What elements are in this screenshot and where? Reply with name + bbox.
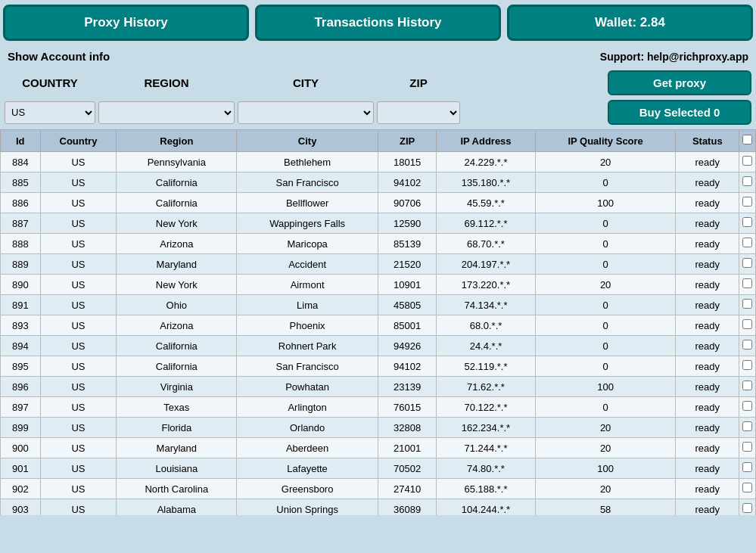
cell-ip: 24.4.*.* — [437, 336, 536, 356]
row-checkbox[interactable] — [742, 462, 752, 472]
cell-checkbox[interactable] — [739, 152, 756, 172]
cell-region: Pennsylvania — [117, 152, 237, 172]
cell-checkbox[interactable] — [739, 418, 756, 438]
cell-id: 890 — [1, 275, 41, 295]
row-checkbox[interactable] — [742, 340, 752, 350]
row-checkbox[interactable] — [742, 421, 752, 431]
cell-status: ready — [676, 418, 739, 438]
cell-zip: 94102 — [378, 356, 436, 377]
cell-id: 894 — [1, 336, 41, 356]
cell-ip: 70.122.*.* — [437, 397, 536, 418]
cell-country: US — [40, 418, 117, 438]
row-checkbox[interactable] — [742, 278, 752, 288]
show-account-info-link[interactable]: Show Account info — [8, 50, 110, 63]
cell-checkbox[interactable] — [739, 397, 756, 418]
cell-country: US — [40, 458, 117, 479]
cell-region: California — [117, 336, 237, 356]
row-checkbox[interactable] — [742, 258, 752, 268]
cell-checkbox[interactable] — [739, 275, 756, 295]
cell-checkbox[interactable] — [739, 234, 756, 254]
region-select[interactable] — [98, 101, 235, 124]
row-checkbox[interactable] — [742, 197, 752, 207]
cell-zip: 94926 — [378, 336, 436, 356]
table-row: 896 US Virginia Powhatan 23139 71.62.*.*… — [1, 377, 756, 397]
cell-checkbox[interactable] — [739, 315, 756, 336]
row-checkbox[interactable] — [742, 176, 752, 186]
cell-score: 0 — [535, 172, 676, 193]
transactions-history-button[interactable]: Transactions History — [255, 5, 501, 41]
cell-id: 903 — [1, 499, 41, 516]
cell-checkbox[interactable] — [739, 377, 756, 397]
col-region: Region — [117, 130, 237, 152]
cell-checkbox[interactable] — [739, 356, 756, 377]
cell-city: Arlington — [237, 397, 378, 418]
cell-score: 0 — [535, 213, 676, 234]
cell-checkbox[interactable] — [739, 479, 756, 499]
cell-region: New York — [117, 275, 237, 295]
table-row: 897 US Texas Arlington 76015 70.122.*.* … — [1, 397, 756, 418]
cell-city: Rohnert Park — [237, 336, 378, 356]
cell-checkbox[interactable] — [739, 254, 756, 275]
cell-score: 20 — [535, 438, 676, 458]
row-checkbox[interactable] — [742, 483, 752, 492]
cell-checkbox[interactable] — [739, 499, 756, 516]
cell-status: ready — [676, 438, 739, 458]
cell-country: US — [40, 479, 117, 499]
cell-checkbox[interactable] — [739, 193, 756, 213]
cell-zip: 70502 — [378, 458, 436, 479]
city-select[interactable] — [238, 101, 374, 124]
table-row: 902 US North Carolina Greensboro 27410 6… — [1, 479, 756, 499]
region-label: REGION — [98, 76, 235, 89]
cell-ip: 65.188.*.* — [437, 479, 536, 499]
col-zip: ZIP — [378, 130, 436, 152]
cell-score: 58 — [535, 499, 676, 516]
row-checkbox[interactable] — [742, 442, 752, 452]
cell-score: 20 — [535, 479, 676, 499]
cell-id: 896 — [1, 377, 41, 397]
cell-ip: 69.112.*.* — [437, 213, 536, 234]
row-checkbox[interactable] — [742, 381, 752, 390]
proxy-history-button[interactable]: Proxy History — [3, 5, 249, 41]
table-row: 895 US California San Francisco 94102 52… — [1, 356, 756, 377]
cell-checkbox[interactable] — [739, 438, 756, 458]
cell-city: Maricopa — [237, 234, 378, 254]
select-all-checkbox[interactable] — [742, 135, 752, 144]
cell-score: 0 — [535, 315, 676, 336]
cell-zip: 23139 — [378, 377, 436, 397]
cell-checkbox[interactable] — [739, 336, 756, 356]
country-select[interactable]: US — [5, 101, 95, 124]
table-row: 893 US Arizona Phoenix 85001 68.0.*.* 0 … — [1, 315, 756, 336]
cell-region: Arizona — [117, 315, 237, 336]
row-checkbox[interactable] — [742, 299, 752, 309]
cell-score: 100 — [535, 193, 676, 213]
cell-city: San Francisco — [237, 356, 378, 377]
cell-region: Alabama — [117, 499, 237, 516]
cell-city: Bellflower — [237, 193, 378, 213]
cell-country: US — [40, 356, 117, 377]
row-checkbox[interactable] — [742, 217, 752, 227]
col-checkbox-header[interactable] — [739, 130, 756, 152]
cell-id: 893 — [1, 315, 41, 336]
cell-checkbox[interactable] — [739, 458, 756, 479]
row-checkbox[interactable] — [742, 319, 752, 329]
row-checkbox[interactable] — [742, 401, 752, 411]
buy-selected-button[interactable]: Buy Selected 0 — [608, 100, 751, 125]
col-status: Status — [676, 130, 739, 152]
row-checkbox[interactable] — [742, 156, 752, 166]
row-checkbox[interactable] — [742, 503, 752, 513]
get-proxy-button[interactable]: Get proxy — [608, 70, 751, 95]
cell-region: Florida — [117, 418, 237, 438]
cell-status: ready — [676, 254, 739, 275]
cell-checkbox[interactable] — [739, 172, 756, 193]
row-checkbox[interactable] — [742, 360, 752, 370]
zip-select[interactable] — [377, 101, 460, 124]
row-checkbox[interactable] — [742, 238, 752, 247]
cell-country: US — [40, 213, 117, 234]
cell-checkbox[interactable] — [739, 295, 756, 315]
cell-city: Orlando — [237, 418, 378, 438]
cell-country: US — [40, 438, 117, 458]
cell-checkbox[interactable] — [739, 213, 756, 234]
wallet-button[interactable]: Wallet: 2.84 — [507, 5, 753, 41]
cell-zip: 32808 — [378, 418, 436, 438]
cell-ip: 173.220.*.* — [437, 275, 536, 295]
